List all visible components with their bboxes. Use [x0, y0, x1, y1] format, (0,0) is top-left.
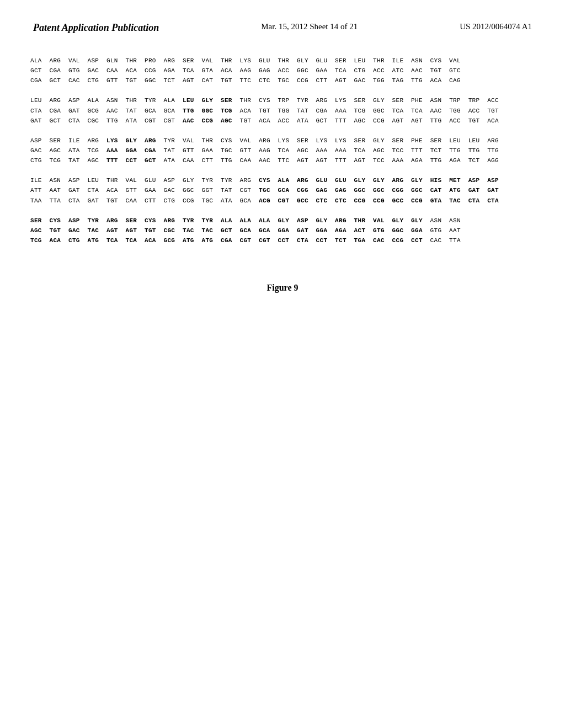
- seq-block5-row3: TCG ACA CTG ATG TCA TCA ACA GCG ATG ATG …: [30, 235, 535, 245]
- seq-block3-row2: GAC AGC ATA TCG AAA GGA CGA TAT GTT GAA …: [30, 146, 535, 156]
- seq-block2-row2: CTA CGA GAT GCG AAC TAT GCA GCA TTG GGC …: [30, 106, 535, 116]
- seq-block2-row3: GAT GCT CTA CGC TTG ATA CGT CGT AAC CCG …: [30, 116, 535, 126]
- seq-block2-row1: LEU ARG ASP ALA ASN THR TYR ALA LEU GLY …: [30, 95, 535, 105]
- seq-block3-row1: ASP SER ILE ARG LYS GLY ARG TYR VAL THR …: [30, 136, 535, 146]
- sequence-block-3: ASP SER ILE ARG LYS GLY ARG TYR VAL THR …: [30, 136, 535, 165]
- seq-block1-row3: CGA GCT CAC CTG GTT TGT GGC TCT AGT CAT …: [30, 76, 535, 85]
- page-header: Patent Application Publication Mar. 15, …: [0, 0, 565, 39]
- sequence-block-4: ILE ASN ASP LEU THR VAL GLU ASP GLY TYR …: [30, 175, 535, 205]
- seq-block1-row2: GCT CGA GTG GAC CAA ACA CCG AGA TCA GTA …: [30, 66, 535, 76]
- sequence-block-5: SER CYS ASP TYR ARG SER CYS ARG TYR TYR …: [30, 216, 535, 245]
- header-center-text: Mar. 15, 2012 Sheet 14 of 21: [261, 22, 358, 31]
- seq-block4-row1: ILE ASN ASP LEU THR VAL GLU ASP GLY TYR …: [30, 175, 535, 185]
- seq-block1-row1: ALA ARG VAL ASP GLN THR PRO ARG SER VAL …: [30, 56, 535, 66]
- seq-block4-row3: TAA TTA CTA GAT TGT CAA CTT CTG CCG TGC …: [30, 196, 535, 206]
- figure-label: Figure 9: [0, 283, 565, 304]
- seq-block5-row2: AGC TGT GAC TAC AGT AGT TGT CGC TAC TAC …: [30, 226, 535, 235]
- sequence-container: ALA ARG VAL ASP GLN THR PRO ARG SER VAL …: [0, 39, 565, 266]
- seq-block5-row1: SER CYS ASP TYR ARG SER CYS ARG TYR TYR …: [30, 216, 535, 226]
- sequence-block-2: LEU ARG ASP ALA ASN THR TYR ALA LEU GLY …: [30, 95, 535, 125]
- header-left-text: Patent Application Publication: [33, 22, 159, 34]
- header-right-text: US 2012/0064074 A1: [460, 22, 532, 31]
- seq-block3-row3: CTG TCG TAT AGC TTT CCT GCT ATA CAA CTT …: [30, 156, 535, 165]
- sequence-block-1: ALA ARG VAL ASP GLN THR PRO ARG SER VAL …: [30, 56, 535, 85]
- seq-block4-row2: ATT AAT GAT CTA ACA GTT GAA GAC GGC GGT …: [30, 185, 535, 195]
